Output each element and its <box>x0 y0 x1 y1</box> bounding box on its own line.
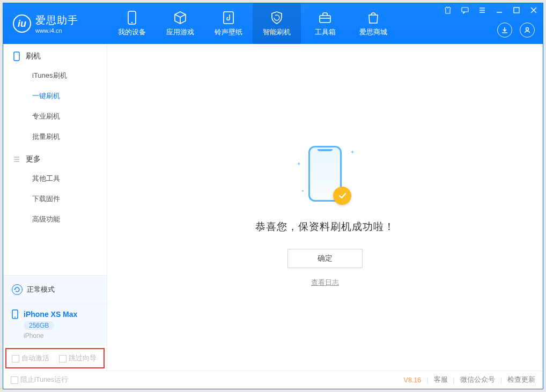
toolbox-icon <box>318 11 332 25</box>
maximize-button[interactable] <box>511 5 522 15</box>
sidebar-section-flash: 刷机 <box>3 44 107 65</box>
nav-label: 工具箱 <box>315 27 336 37</box>
svg-rect-7 <box>14 52 19 61</box>
nav-label: 铃声壁纸 <box>215 27 242 37</box>
bag-icon <box>366 11 380 25</box>
svg-point-9 <box>14 317 16 318</box>
close-button[interactable] <box>528 5 540 15</box>
skin-icon[interactable] <box>442 5 454 15</box>
app-name: 爱思助手 <box>35 13 78 27</box>
music-icon <box>222 11 235 25</box>
device-mode-label: 正常模式 <box>27 285 55 294</box>
skip-wizard-checkbox[interactable]: 跳过向导 <box>59 353 97 363</box>
nav-my-device[interactable]: 我的设备 <box>108 3 156 44</box>
nav-store[interactable]: 爱思商城 <box>349 3 397 44</box>
sidebar-item-oneclick-flash[interactable]: 一键刷机 <box>3 86 107 106</box>
checkmark-icon <box>333 187 351 205</box>
device-type: iPhone <box>24 332 99 339</box>
cube-icon <box>173 11 187 25</box>
device-mode-box: 正常模式 <box>3 275 107 304</box>
app-window: iu 爱思助手 www.i4.cn 我的设备 应用游戏 <box>3 3 543 389</box>
app-url: www.i4.cn <box>35 27 78 34</box>
nav-apps-games[interactable]: 应用游戏 <box>156 3 204 44</box>
svg-rect-3 <box>320 16 330 23</box>
support-link[interactable]: 客服 <box>434 375 448 384</box>
section-title: 更多 <box>26 154 41 164</box>
body: 刷机 iTunes刷机 一键刷机 专业刷机 批量刷机 更多 其他工具 下载固件 … <box>3 44 543 371</box>
logo: iu 爱思助手 www.i4.cn <box>3 13 108 34</box>
sidebar-item-download-firmware[interactable]: 下载固件 <box>3 189 107 209</box>
svg-point-1 <box>131 21 133 23</box>
nav-label: 智能刷机 <box>263 27 291 37</box>
user-button[interactable] <box>520 23 535 38</box>
phone-small-icon <box>13 51 20 61</box>
success-illustration: ✦ ✦ ✦ <box>296 146 355 210</box>
section-title: 刷机 <box>26 51 41 61</box>
shield-icon <box>270 11 284 25</box>
sidebar-item-pro-flash[interactable]: 专业刷机 <box>3 106 107 127</box>
nav-ringtones[interactable]: 铃声壁纸 <box>204 3 253 44</box>
device-capacity: 256GB <box>24 321 54 330</box>
phone-blue-icon <box>11 309 19 319</box>
svg-rect-5 <box>514 8 519 13</box>
check-update-link[interactable]: 检查更新 <box>507 375 535 384</box>
svg-rect-2 <box>224 12 233 24</box>
menu-icon[interactable] <box>476 5 488 15</box>
svg-point-6 <box>526 28 529 31</box>
success-message: 恭喜您，保资料刷机成功啦！ <box>255 220 395 234</box>
header: iu 爱思助手 www.i4.cn 我的设备 应用游戏 <box>3 3 543 44</box>
sidebar-item-advanced[interactable]: 高级功能 <box>3 209 107 230</box>
nav-label: 我的设备 <box>118 27 146 37</box>
flash-options-highlight: 自动激活 跳过向导 <box>5 348 105 368</box>
nav-label: 应用游戏 <box>166 27 194 37</box>
main-content: ✦ ✦ ✦ 恭喜您，保资料刷机成功啦！ 确定 查看日志 <box>107 44 543 371</box>
header-actions <box>497 23 535 38</box>
view-log-link[interactable]: 查看日志 <box>311 278 339 287</box>
sparkle-icon: ✦ <box>301 189 305 194</box>
main-nav: 我的设备 应用游戏 铃声壁纸 智能刷机 <box>108 3 397 44</box>
list-icon <box>13 156 20 163</box>
ok-button[interactable]: 确定 <box>287 249 363 268</box>
block-itunes-checkbox[interactable]: 阻止iTunes运行 <box>11 375 68 384</box>
auto-activate-checkbox[interactable]: 自动激活 <box>12 353 49 363</box>
sidebar-item-other-tools[interactable]: 其他工具 <box>3 168 107 189</box>
device-name: iPhone XS Max <box>24 310 77 319</box>
device-info-box: iPhone XS Max 256GB iPhone <box>3 304 107 346</box>
download-button[interactable] <box>497 23 512 38</box>
sparkle-icon: ✦ <box>297 161 301 167</box>
sparkle-icon: ✦ <box>350 149 355 155</box>
minimize-button[interactable] <box>493 5 505 15</box>
nav-flash[interactable]: 智能刷机 <box>253 3 301 44</box>
phone-icon <box>125 11 139 25</box>
nav-label: 爱思商城 <box>359 27 387 37</box>
wechat-link[interactable]: 微信公众号 <box>460 375 495 384</box>
window-controls <box>442 5 540 15</box>
svg-rect-4 <box>462 8 468 12</box>
sidebar-item-batch-flash[interactable]: 批量刷机 <box>3 127 107 147</box>
refresh-icon[interactable] <box>12 284 23 295</box>
nav-toolbox[interactable]: 工具箱 <box>301 3 349 44</box>
logo-icon: iu <box>13 14 31 33</box>
sidebar-section-more: 更多 <box>3 147 107 168</box>
version-label: V8.16 <box>404 376 422 384</box>
sidebar-item-itunes-flash[interactable]: iTunes刷机 <box>3 65 107 86</box>
sidebar: 刷机 iTunes刷机 一键刷机 专业刷机 批量刷机 更多 其他工具 下载固件 … <box>3 44 107 371</box>
feedback-icon[interactable] <box>459 5 471 15</box>
footer: 阻止iTunes运行 V8.16 | 客服 | 微信公众号 | 检查更新 <box>3 371 543 389</box>
